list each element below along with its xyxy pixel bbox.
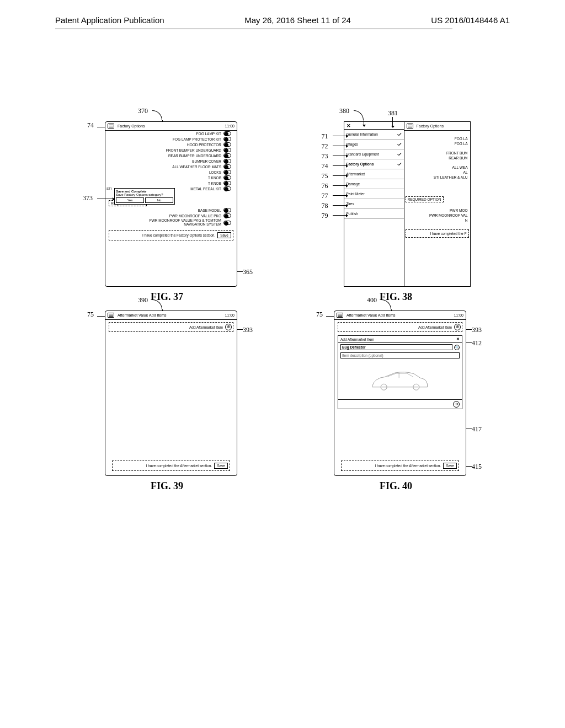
partial-row-left: STI [105, 187, 111, 190]
required-row[interactable]: BASE MODEL [105, 207, 237, 213]
toggle-icon[interactable] [223, 181, 231, 185]
save-row: I have completed the Factory Options sec… [109, 230, 233, 240]
save-complete-popup: Save and Complete Save Factory Options c… [114, 188, 175, 205]
clock: 11:00 [225, 124, 234, 128]
toggle-icon[interactable] [223, 164, 231, 169]
ref-78: 78 [322, 202, 328, 210]
submit-arrow-icon[interactable]: ➜ [453, 401, 460, 408]
ref-79: 79 [322, 212, 328, 220]
popup-yes-button[interactable]: Yes [116, 197, 144, 203]
lead-370-curve [152, 110, 162, 120]
close-icon[interactable]: ✕ [344, 122, 404, 130]
ref-76: 76 [322, 182, 328, 190]
lead-393 [237, 329, 243, 330]
lead-381 [392, 117, 393, 126]
check-icon [397, 162, 402, 167]
option-row[interactable]: LOCKS [105, 169, 237, 175]
check-icon [397, 152, 402, 157]
ref-77: 77 [322, 192, 328, 200]
ref-412: 412 [472, 339, 482, 347]
modal-close-icon[interactable]: ✕ [456, 337, 460, 341]
toggle-icon[interactable] [223, 170, 231, 174]
ref-74: 74 [87, 121, 94, 130]
phone-header: Aftermarket Value Add Items 11:00 [334, 311, 466, 320]
nav-paint-meter[interactable]: Paint Meter [344, 189, 404, 199]
toggle-icon[interactable] [223, 159, 231, 163]
lead-365 [237, 271, 243, 272]
option-row[interactable]: HOOD PROTECTOR [105, 142, 237, 147]
toggle-icon[interactable] [223, 153, 231, 158]
option-row[interactable]: FRONT BUMPER UNDERGUARD [105, 147, 237, 153]
toggle-icon[interactable] [223, 186, 231, 191]
option-row[interactable]: REAR BUMPER UNDERGUARD [105, 153, 237, 158]
popup-no-button[interactable]: No [145, 197, 173, 203]
add-aftermarket-modal: Add Aftermarket Item ✕ Bug Deflector 🔍 I… [338, 335, 462, 409]
clock: 11:00 [454, 313, 463, 317]
save-button[interactable]: Save [217, 232, 231, 238]
search-icon[interactable]: 🔍 [454, 345, 460, 350]
option-row[interactable]: BUMPER COVER [105, 158, 237, 164]
options-list: FOG LAMP KIT FOG LAMP PROTECTOR KIT HOOD… [105, 131, 237, 191]
lead-74b [333, 165, 346, 166]
add-plus-icon[interactable]: ⊕ [454, 324, 461, 330]
toggle-icon[interactable] [223, 142, 231, 147]
check-icon [397, 142, 402, 147]
required-row[interactable]: PWR MOONROOF VALUE PKG & TOMTOM NAVIGATI… [105, 218, 237, 227]
partial-header: Factory Options [404, 122, 470, 131]
nav-general-info[interactable]: General Information [344, 130, 404, 140]
ref-417: 417 [472, 425, 482, 433]
add-aftermarket-row[interactable]: Add Aftermarket Item ⊕ [338, 322, 462, 332]
partial-row: ALL WEA [404, 165, 470, 170]
lead-75 [333, 175, 346, 176]
screen-title: Aftermarket Value Add Items [118, 313, 225, 317]
nav-publish[interactable]: Publish [344, 209, 404, 219]
nav-standard-equipment[interactable]: Standard Equipment [344, 149, 404, 159]
pub-label: Patent Application Publication [55, 15, 164, 25]
add-aftermarket-label: Add Aftermarket Item [189, 325, 223, 329]
add-plus-icon[interactable]: ⊕ [225, 324, 232, 330]
partial-row: FOG LA [404, 141, 470, 146]
hamburger-icon[interactable] [337, 313, 343, 318]
partial-row: STI LEATHER & ALU [404, 175, 470, 180]
toggle-icon[interactable] [223, 175, 231, 180]
figure-label: FIG. 40 [284, 480, 508, 492]
nav-factory-options[interactable]: Factory Options [344, 159, 404, 169]
figure-37: 370 74 Factory Options 11:00 FOG LAMP KI… [55, 121, 279, 303]
vehicle-illustration [342, 363, 459, 396]
option-row[interactable]: FOG LAMP KIT [105, 131, 237, 136]
add-aftermarket-row[interactable]: Add Aftermarket Item ⊕ [109, 322, 233, 332]
toggle-icon[interactable] [223, 148, 231, 152]
partial-row: AL [404, 170, 470, 175]
check-icon [397, 132, 402, 137]
nav-images[interactable]: Images [344, 140, 404, 149]
hamburger-icon[interactable] [108, 313, 114, 318]
option-row[interactable]: FOG LAMP PROTECTOR KIT [105, 136, 237, 142]
toggle-icon[interactable] [223, 221, 231, 225]
nav-aftermarket[interactable]: Aftermarket [344, 169, 404, 179]
ref-365: 365 [243, 268, 253, 276]
item-description-field[interactable]: Item description (optional) [340, 352, 460, 358]
option-row[interactable]: T KNOB [105, 180, 237, 186]
option-row[interactable]: ALL WEATHER FLOOR MATS [105, 164, 237, 169]
nav-tires[interactable]: Tires [344, 199, 404, 209]
toggle-icon[interactable] [223, 213, 231, 218]
item-type-field[interactable]: Bug Deflector [340, 344, 452, 350]
clock: 11:00 [225, 313, 234, 317]
partial-title: Factory Options [417, 124, 468, 128]
partial-required-row: PWR MOO [404, 208, 470, 213]
figure-label: FIG. 38 [284, 291, 508, 303]
toggle-icon[interactable] [223, 131, 231, 136]
nav-damage[interactable]: Damage [344, 179, 404, 189]
save-button[interactable]: Save [443, 463, 457, 469]
hamburger-icon[interactable] [108, 124, 114, 129]
toggle-icon[interactable] [223, 137, 231, 141]
ref-381: 381 [388, 109, 398, 117]
hamburger-icon[interactable] [407, 124, 413, 129]
required-row[interactable]: PWR MOONROOF VALUE PKG [105, 213, 237, 218]
toggle-icon[interactable] [223, 208, 231, 212]
save-row: I have completed the Aftermarket section… [341, 461, 459, 471]
partial-required-row: N [404, 218, 470, 223]
save-button[interactable]: Save [214, 463, 228, 469]
ref-415: 415 [472, 463, 482, 471]
option-row[interactable]: T KNOB [105, 175, 237, 180]
